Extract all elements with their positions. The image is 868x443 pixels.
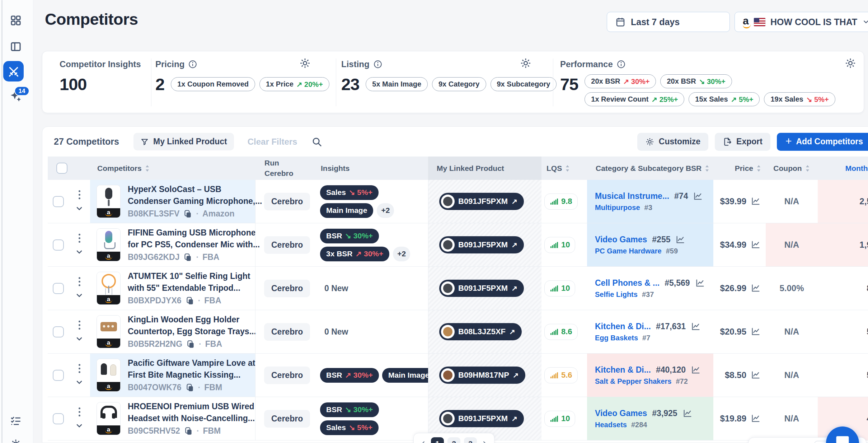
row-checkbox[interactable] bbox=[53, 326, 64, 337]
category-link[interactable]: Kitchen & Di... bbox=[595, 365, 651, 375]
page-button[interactable]: 1 bbox=[431, 437, 444, 443]
copy-icon[interactable] bbox=[185, 383, 194, 392]
row-expand-chevron-icon[interactable] bbox=[75, 248, 84, 256]
kebab-menu-icon[interactable] bbox=[79, 277, 80, 286]
chart-icon[interactable] bbox=[751, 196, 761, 206]
run-cerebro-button[interactable]: Cerebro bbox=[264, 236, 310, 254]
listing-gear-icon[interactable] bbox=[520, 57, 532, 69]
info-icon[interactable] bbox=[616, 60, 626, 69]
product-title[interactable]: HyperX SoloCast – USB bbox=[128, 184, 255, 195]
run-cerebro-button[interactable]: Cerebro bbox=[264, 323, 310, 341]
chart-icon[interactable] bbox=[751, 414, 761, 424]
sort-icon[interactable] bbox=[145, 164, 150, 172]
row-expand-chevron-icon[interactable] bbox=[75, 291, 84, 300]
chart-icon[interactable] bbox=[751, 283, 761, 293]
pricing-gear-icon[interactable] bbox=[299, 57, 311, 69]
col-monthly-sales[interactable]: Monthly S bbox=[845, 164, 868, 173]
subcategory-link[interactable]: Selfie Lights bbox=[595, 290, 638, 299]
kebab-menu-icon[interactable] bbox=[79, 234, 80, 243]
chart-icon[interactable] bbox=[691, 365, 701, 375]
linked-product-pill[interactable]: B091JF5PXM ↗ bbox=[439, 236, 524, 253]
subcategory-link[interactable]: PC Game Hardware bbox=[595, 247, 662, 255]
page-button[interactable]: 3 bbox=[464, 437, 477, 443]
insight-badge[interactable]: BSR↘ 30%+ bbox=[320, 229, 379, 243]
apps-grid-icon[interactable] bbox=[9, 13, 23, 28]
account-selector[interactable]: a HOW COOL IS THAT bbox=[735, 12, 868, 32]
category-link[interactable]: Musical Instrume... bbox=[595, 191, 669, 201]
layout-columns-icon[interactable] bbox=[9, 39, 23, 54]
subcategory-link[interactable]: Salt & Pepper Shakers bbox=[595, 377, 671, 386]
customize-button[interactable]: Customize bbox=[637, 133, 708, 151]
linked-product-pill[interactable]: B091JF5PXM ↗ bbox=[439, 280, 524, 297]
sort-icon[interactable] bbox=[756, 164, 761, 172]
product-title[interactable]: HROEENOI Premium USB Wired bbox=[128, 401, 255, 412]
run-cerebro-button[interactable]: Cerebro bbox=[264, 410, 310, 428]
search-icon[interactable] bbox=[311, 136, 322, 147]
info-icon[interactable] bbox=[188, 60, 197, 69]
kebab-menu-icon[interactable] bbox=[79, 364, 80, 373]
kebab-menu-icon[interactable] bbox=[79, 407, 80, 416]
linked-product-pill[interactable]: B091JF5PXM ↗ bbox=[439, 410, 524, 427]
product-title[interactable]: ATUMTEK 10" Selfie Ring Light bbox=[128, 271, 250, 282]
add-competitors-button[interactable]: + Add Competitors bbox=[777, 133, 868, 151]
run-cerebro-button[interactable]: Cerebro bbox=[264, 280, 310, 297]
insight-badge[interactable]: 3x BSR↗ 30%+ bbox=[320, 247, 389, 261]
settings-icon[interactable] bbox=[9, 437, 23, 443]
date-range-selector[interactable]: Last 7 days bbox=[607, 12, 730, 32]
performance-gear-icon[interactable] bbox=[844, 57, 857, 69]
row-checkbox[interactable] bbox=[53, 413, 64, 424]
category-link[interactable]: Kitchen & Di... bbox=[595, 322, 651, 331]
chart-icon[interactable] bbox=[751, 240, 761, 250]
linked-product-pill[interactable]: B091JF5PXM ↗ bbox=[439, 193, 524, 210]
category-link[interactable]: Video Games bbox=[595, 235, 647, 244]
my-linked-product-filter-chip[interactable]: My Linked Product bbox=[133, 133, 234, 150]
insight-badge[interactable]: Sales↘ 5%+ bbox=[320, 420, 379, 435]
sidebar-item-competitors[interactable] bbox=[3, 61, 24, 81]
row-checkbox[interactable] bbox=[53, 283, 64, 294]
insight-badge[interactable]: Sales↘ 5%+ bbox=[320, 185, 379, 200]
chart-icon[interactable] bbox=[675, 235, 685, 245]
product-title[interactable]: with 55" Extendable Tripod... bbox=[128, 283, 250, 294]
chart-icon[interactable] bbox=[751, 370, 761, 380]
clear-filters-button[interactable]: Clear Filters bbox=[248, 137, 297, 147]
copy-icon[interactable] bbox=[183, 253, 192, 262]
linked-product-pill[interactable]: B09HM817NP ↗ bbox=[439, 367, 525, 384]
kebab-menu-icon[interactable] bbox=[79, 190, 80, 199]
insight-badge[interactable]: Main Image bbox=[320, 203, 373, 218]
export-button[interactable]: Export bbox=[715, 133, 770, 151]
product-title[interactable]: First Bite Magnetic Kissing... bbox=[128, 370, 255, 381]
product-title[interactable]: Pacific Giftware Vampire Love at bbox=[128, 358, 255, 369]
product-title[interactable]: Condenser Gaming Microphone,... bbox=[128, 196, 255, 207]
chart-icon[interactable] bbox=[695, 278, 705, 288]
insight-badge[interactable]: BSR↘ 30%+ bbox=[320, 402, 379, 417]
chart-icon[interactable] bbox=[682, 409, 693, 419]
row-expand-chevron-icon[interactable] bbox=[75, 204, 84, 213]
copy-icon[interactable] bbox=[185, 296, 194, 306]
sort-icon[interactable] bbox=[704, 164, 710, 172]
category-link[interactable]: Video Games bbox=[595, 409, 647, 418]
run-cerebro-button[interactable]: Cerebro bbox=[264, 193, 310, 210]
chart-icon[interactable] bbox=[693, 191, 703, 201]
row-checkbox[interactable] bbox=[53, 370, 64, 381]
row-expand-chevron-icon[interactable] bbox=[75, 378, 84, 387]
info-icon[interactable] bbox=[373, 60, 383, 69]
copy-icon[interactable] bbox=[186, 340, 195, 349]
category-link[interactable]: Cell Phones & ... bbox=[595, 278, 660, 288]
chart-icon[interactable] bbox=[751, 327, 761, 337]
linked-product-pill[interactable]: B08L3JZ5XF ↗ bbox=[439, 323, 522, 340]
row-expand-chevron-icon[interactable] bbox=[75, 421, 84, 430]
copy-icon[interactable] bbox=[184, 426, 193, 436]
page-button[interactable]: 2 bbox=[447, 437, 460, 443]
product-title[interactable]: Countertop, Egg Storage Trays... bbox=[128, 326, 255, 337]
chart-icon[interactable] bbox=[691, 322, 701, 332]
select-all-checkbox[interactable] bbox=[56, 163, 67, 174]
subcategory-link[interactable]: Headsets bbox=[595, 421, 627, 429]
prev-page-icon[interactable] bbox=[419, 440, 427, 443]
product-title[interactable]: Headset with Noise-Cancelling... bbox=[128, 413, 255, 424]
row-expand-chevron-icon[interactable] bbox=[75, 335, 84, 343]
insights-more-chip[interactable]: +2 bbox=[393, 247, 410, 261]
copy-icon[interactable] bbox=[183, 209, 192, 219]
checklist-icon[interactable] bbox=[9, 414, 23, 428]
product-title[interactable]: KingLin Wooden Egg Holder bbox=[128, 314, 255, 325]
insight-badge[interactable]: Main Image bbox=[382, 368, 435, 383]
